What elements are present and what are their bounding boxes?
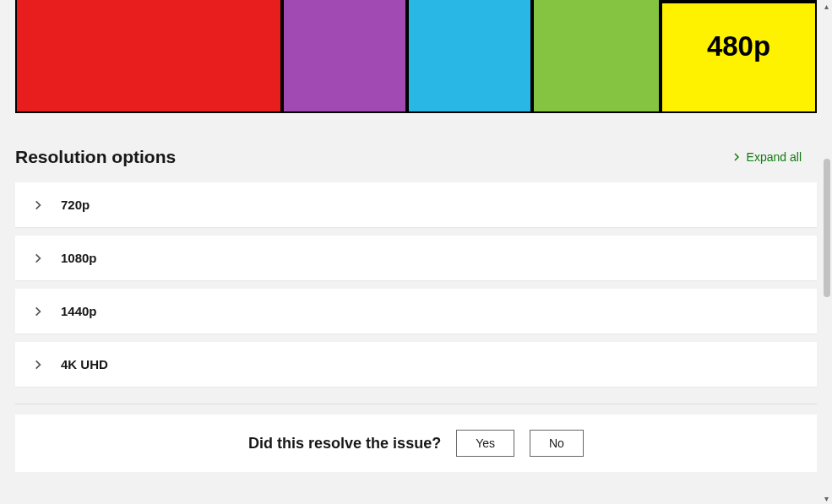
chevron-right-icon <box>32 199 44 211</box>
chevron-right-icon <box>731 152 742 162</box>
page-content: 480p Resolution options Expand all 720p … <box>0 0 832 504</box>
diagram-block-green <box>532 0 661 113</box>
diagram-block-red <box>15 0 282 113</box>
scrollbar-thumb[interactable] <box>824 159 830 297</box>
section-header: Resolution options Expand all <box>0 113 832 182</box>
accordion-item-1080p[interactable]: 1080p <box>15 236 817 280</box>
no-button[interactable]: No <box>530 430 584 457</box>
feedback-prompt: Did this resolve the issue? <box>248 435 441 453</box>
accordion-label: 1080p <box>61 251 97 265</box>
accordion-item-1440p[interactable]: 1440p <box>15 289 817 333</box>
accordion-list: 720p 1080p 1440p 4K UHD <box>0 182 832 387</box>
expand-all-button[interactable]: Expand all <box>731 150 802 164</box>
scrollbar-track[interactable]: ▴ ▾ <box>820 0 832 504</box>
chevron-right-icon <box>32 306 44 317</box>
accordion-item-4kuhd[interactable]: 4K UHD <box>15 342 817 387</box>
chevron-right-icon <box>32 252 44 264</box>
accordion-label: 4K UHD <box>61 357 108 371</box>
expand-all-label: Expand all <box>747 150 802 164</box>
diagram-label-480p: 480p <box>662 30 815 62</box>
section-title: Resolution options <box>15 147 176 167</box>
diagram-block-yellow: 480p <box>661 0 817 113</box>
chevron-right-icon <box>32 359 44 371</box>
diagram-block-blue <box>407 0 532 113</box>
accordion-label: 1440p <box>61 304 97 318</box>
diagram-block-purple <box>282 0 407 113</box>
accordion-item-720p[interactable]: 720p <box>15 182 817 227</box>
scroll-up-icon[interactable]: ▴ <box>820 0 832 12</box>
resolution-diagram: 480p <box>15 0 817 113</box>
accordion-label: 720p <box>61 198 90 212</box>
feedback-box: Did this resolve the issue? Yes No <box>15 415 817 472</box>
scroll-down-icon[interactable]: ▾ <box>820 492 832 504</box>
yes-button[interactable]: Yes <box>456 430 514 457</box>
divider <box>15 404 817 404</box>
